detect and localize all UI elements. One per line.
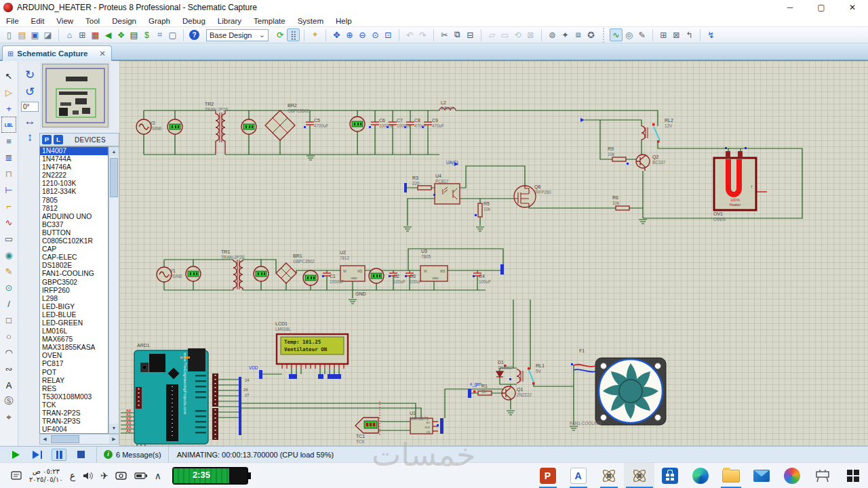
wire-label-tool[interactable]: LBL <box>1 117 16 133</box>
device-list-item[interactable]: LM016L <box>40 327 108 336</box>
device-list-item[interactable]: DS1802E <box>40 262 108 270</box>
taskbar-instrument-icon[interactable] <box>807 463 837 488</box>
menu-item[interactable]: File <box>0 17 25 25</box>
new-root-sheet-icon[interactable]: ⊞ <box>657 28 670 41</box>
notes-icon[interactable]: ▢ <box>166 28 179 41</box>
graph-tool[interactable]: ∿ <box>1 214 16 230</box>
device-list-item[interactable]: RES <box>40 385 108 393</box>
device-list-item[interactable]: PC817 <box>40 360 108 368</box>
language-indicator[interactable]: ع <box>70 470 75 481</box>
device-list-item[interactable]: MAX6675 <box>40 336 108 344</box>
device-list[interactable]: 1N4007 1N4744A 1N4746A 2N2222 1210-103K … <box>39 146 108 434</box>
tape-tool[interactable]: ▭ <box>1 230 16 247</box>
play-button[interactable] <box>8 449 23 461</box>
menu-item[interactable]: Library <box>212 17 248 25</box>
pick-parts-icon[interactable]: ⊚ <box>546 28 559 41</box>
device-list-item[interactable]: TRAN-2P2S <box>40 409 108 418</box>
design-selector[interactable]: Base Design ⌄ <box>206 29 269 41</box>
volume-icon[interactable] <box>82 470 94 481</box>
goto-parent-icon[interactable]: ↰ <box>683 28 696 41</box>
vsm-monitor-icon[interactable]: ⌗ <box>153 28 166 41</box>
taskbar-edge-icon[interactable] <box>685 463 715 488</box>
zoom-out-icon[interactable]: ⊖ <box>356 28 369 41</box>
device-list-item[interactable]: 7805 <box>40 197 108 205</box>
junction-tool[interactable]: + <box>1 100 16 117</box>
mirror-vertical-icon[interactable]: ↕ <box>27 131 33 144</box>
search-tag-icon[interactable]: ◎ <box>623 28 635 41</box>
bus-tool[interactable]: ≣ <box>1 149 16 165</box>
rotation-angle-field[interactable]: 0° <box>21 102 39 112</box>
cut-icon[interactable]: ✂ <box>438 28 451 41</box>
device-list-item[interactable]: TRAN-2P3S <box>40 418 108 426</box>
message-counter[interactable]: i 6 Message(s) <box>97 447 169 462</box>
device-list-hscrollbar[interactable]: ◀ ▶ <box>39 434 119 445</box>
block-move-icon[interactable]: ▭ <box>498 28 511 41</box>
device-list-item[interactable]: LED-GREEN <box>40 319 108 327</box>
device-list-item[interactable]: C0805C102K1R <box>40 237 108 245</box>
menu-item[interactable]: System <box>292 17 330 25</box>
taskbar-explorer-icon[interactable] <box>715 463 746 488</box>
paste-icon[interactable]: ⊟ <box>464 28 477 41</box>
zoom-area-icon[interactable]: ⊡ <box>382 28 395 41</box>
device-list-item[interactable]: POT <box>40 369 108 377</box>
pan-icon[interactable]: ✥ <box>330 28 343 41</box>
menu-item[interactable]: Template <box>248 17 292 25</box>
rotate-cw-icon[interactable]: ↻ <box>25 68 35 82</box>
device-list-item[interactable]: OVEN <box>40 352 108 360</box>
open-folder-icon[interactable]: ▤ <box>16 28 28 41</box>
refresh-icon[interactable]: ⟳ <box>274 28 287 41</box>
menu-item[interactable]: Tool <box>79 17 106 25</box>
device-list-item[interactable]: UF4004 <box>40 426 108 434</box>
taskbar-proteus-active-icon[interactable] <box>624 463 654 488</box>
menu-item[interactable]: Graph <box>142 17 176 25</box>
device-list-item[interactable]: IRFP260 <box>40 287 108 295</box>
property-assign-icon[interactable]: ✎ <box>635 28 648 41</box>
design-explorer-icon[interactable]: ⊞ <box>76 28 89 41</box>
airplane-mode-icon[interactable]: ✈ <box>100 470 108 481</box>
home-icon[interactable]: ⌂ <box>63 28 76 41</box>
save-icon[interactable]: ▣ <box>28 28 41 41</box>
notification-icon[interactable] <box>11 470 22 481</box>
arc-tool[interactable]: ◠ <box>1 344 16 361</box>
new-file-icon[interactable]: ▯ <box>3 28 16 41</box>
device-pin-tool[interactable]: ⌐ <box>1 198 16 214</box>
packaging-icon[interactable]: ⧈ <box>572 28 585 41</box>
symbol-tool[interactable]: Ⓢ <box>1 393 16 409</box>
taskbar-editor-icon[interactable]: A <box>563 463 593 488</box>
device-list-item[interactable]: ARDUINO UNO <box>40 213 108 221</box>
new-sheet-icon[interactable]: ▦ <box>89 28 102 41</box>
vscroll-thumb[interactable] <box>110 158 118 197</box>
screen-record-icon[interactable] <box>115 470 127 481</box>
make-device-icon[interactable]: ✦ <box>559 28 572 41</box>
maximize-button[interactable]: ▢ <box>806 0 837 15</box>
device-list-item[interactable]: LED-BLUE <box>40 311 108 319</box>
grid-icon[interactable]: ⣿ <box>287 28 300 41</box>
block-rotate-icon[interactable]: ⟲ <box>511 28 524 41</box>
device-list-item[interactable]: 1210-103K <box>40 180 108 188</box>
help-icon[interactable]: ? <box>189 30 199 40</box>
device-list-item[interactable]: TCK <box>40 401 108 409</box>
close-button[interactable]: ✕ <box>837 0 868 15</box>
start-button[interactable] <box>837 463 868 488</box>
text-script-tool[interactable]: ≡ <box>1 133 16 149</box>
import-icon[interactable]: ◪ <box>41 28 54 41</box>
terminal-tool[interactable]: ⊢ <box>1 182 16 198</box>
pause-button[interactable] <box>52 449 66 461</box>
device-list-item[interactable]: CAP-ELEC <box>40 253 108 262</box>
device-list-item[interactable]: GBPC3502 <box>40 279 108 287</box>
scroll-up-icon[interactable]: ▲ <box>109 147 119 157</box>
zoom-in-icon[interactable]: ⊕ <box>343 28 356 41</box>
taskbar-colorful-app-icon[interactable] <box>776 463 807 488</box>
bill-icon[interactable]: $ <box>140 28 153 41</box>
device-list-item[interactable]: 2N2222 <box>40 171 108 180</box>
hscroll-thumb[interactable] <box>51 435 79 443</box>
tray-chevron-icon[interactable]: ∧ <box>155 470 161 481</box>
device-list-vscrollbar[interactable]: ▲ ▼ <box>108 146 119 434</box>
scroll-down-icon[interactable]: ▼ <box>109 424 119 433</box>
device-list-item[interactable]: FAN1-COOLING <box>40 270 108 278</box>
menu-item[interactable]: View <box>50 17 79 25</box>
tab-schematic-capture[interactable]: ⊞ Schematic Capture ✕ <box>2 45 112 61</box>
device-list-item[interactable]: 1N4007 <box>40 147 108 155</box>
wire-autorouter-icon[interactable]: ∿ <box>610 28 623 41</box>
taskbar-powerpoint-icon[interactable]: P <box>532 463 563 488</box>
